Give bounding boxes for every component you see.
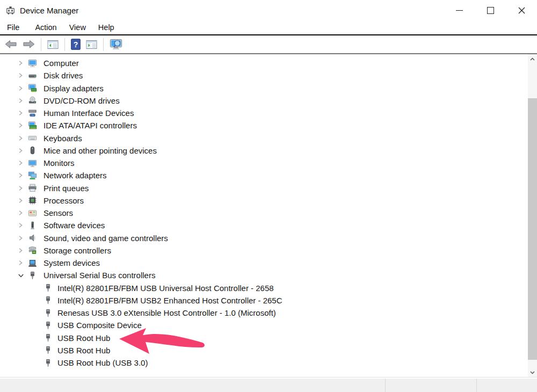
printer-icon xyxy=(28,184,37,192)
ide-icon xyxy=(28,121,37,130)
system-icon xyxy=(28,259,37,267)
tree-item[interactable]: Mice and other pointing devices xyxy=(0,144,528,157)
tree-item[interactable]: Monitors xyxy=(0,157,528,169)
chevron-right-icon[interactable] xyxy=(15,198,28,204)
help-icon: ? xyxy=(71,39,81,50)
tree-item[interactable]: Print queues xyxy=(0,182,528,194)
tree-item-label: Universal Serial Bus controllers xyxy=(43,271,155,280)
scan-hardware-icon xyxy=(110,39,124,50)
scroll-down-button[interactable] xyxy=(528,368,537,377)
tree-child-item[interactable]: USB Root Hub xyxy=(0,344,528,357)
close-button[interactable] xyxy=(506,0,537,20)
tree-item-label: Processors xyxy=(43,196,84,205)
device-tree-panel: ComputerDisk drivesDisplay adaptersDVD/C… xyxy=(0,54,537,378)
tree-item-label: Intel(R) 82801FB/FBM USB2 Enhanced Host … xyxy=(57,296,282,305)
tree-child-item[interactable]: Renesas USB 3.0 eXtensible Host Controll… xyxy=(0,307,528,319)
tree-item[interactable]: Computer xyxy=(0,57,528,69)
vertical-scrollbar[interactable] xyxy=(528,54,537,377)
menu-item-view[interactable]: View xyxy=(69,21,86,33)
tree-item[interactable]: Network adapters xyxy=(0,169,528,182)
tree-item-label: Sound, video and game controllers xyxy=(43,234,168,243)
tree-child-item[interactable]: Intel(R) 82801FB/FBM USB Universal Host … xyxy=(0,282,528,294)
back-button[interactable] xyxy=(3,39,19,50)
tree-item[interactable]: Software devices xyxy=(0,219,528,231)
chevron-right-icon[interactable] xyxy=(15,122,28,128)
tree-item[interactable]: Keyboards xyxy=(0,132,528,144)
tree-item-label: Computer xyxy=(43,59,79,68)
tree-item-label: System devices xyxy=(43,258,100,267)
chevron-right-icon[interactable] xyxy=(15,160,28,166)
monitor-icon xyxy=(28,159,37,168)
back-icon xyxy=(5,40,17,49)
window-controls xyxy=(444,0,537,20)
mouse-icon xyxy=(28,146,37,155)
tree-item[interactable]: Human Interface Devices xyxy=(0,107,528,119)
menu-item-help[interactable]: Help xyxy=(98,21,114,33)
processor-icon xyxy=(28,196,37,205)
window-title: Device Manager xyxy=(20,6,78,15)
chevron-right-icon[interactable] xyxy=(15,248,28,253)
chevron-right-icon[interactable] xyxy=(15,98,28,104)
close-icon xyxy=(518,7,525,14)
tree-item-label: USB Composite Device xyxy=(57,321,142,330)
tree-item-label: Disk drives xyxy=(43,71,83,80)
tree-item[interactable]: Universal Serial Bus controllers xyxy=(0,269,528,281)
keyboard-icon xyxy=(28,134,37,142)
help-button[interactable]: ? xyxy=(69,38,82,51)
status-bar-section xyxy=(477,379,537,392)
scan-hardware-button[interactable] xyxy=(108,38,125,51)
chevron-right-icon[interactable] xyxy=(15,260,28,266)
usb-icon xyxy=(43,309,53,317)
scroll-up-button[interactable] xyxy=(528,54,537,63)
chevron-right-icon[interactable] xyxy=(15,222,28,228)
tree-item[interactable]: Disk drives xyxy=(0,69,528,82)
tree-item-label: Software devices xyxy=(43,221,105,230)
minimize-button[interactable] xyxy=(444,0,475,20)
menu-bar: FileActionViewHelp xyxy=(0,20,537,35)
disk-drive-icon xyxy=(28,71,37,80)
chevron-right-icon[interactable] xyxy=(15,148,28,154)
tree-item[interactable]: DVD/CD-ROM drives xyxy=(0,95,528,107)
menu-item-action[interactable]: Action xyxy=(35,21,56,33)
toolbar: ? xyxy=(0,35,537,54)
chevron-right-icon[interactable] xyxy=(15,235,28,241)
tree-item-label: Print queues xyxy=(43,184,89,193)
network-icon xyxy=(28,171,37,180)
chevron-right-icon[interactable] xyxy=(15,185,28,191)
menu-item-file[interactable]: File xyxy=(7,21,19,33)
software-icon xyxy=(28,221,37,230)
usb-icon xyxy=(43,346,53,354)
tree-item[interactable]: IDE ATA/ATAPI controllers xyxy=(0,119,528,132)
chevron-down-icon[interactable] xyxy=(15,273,28,278)
tree-child-item[interactable]: Intel(R) 82801FB/FBM USB2 Enhanced Host … xyxy=(0,294,528,307)
tree-item[interactable]: Display adapters xyxy=(0,82,528,95)
tree-item[interactable]: Storage controllers xyxy=(0,244,528,257)
show-action-pane-button[interactable] xyxy=(84,39,99,50)
tree-item[interactable]: Sensors xyxy=(0,207,528,219)
forward-icon xyxy=(23,40,35,49)
tree-item[interactable]: System devices xyxy=(0,257,528,269)
sound-icon xyxy=(28,234,37,242)
show-console-tree-button[interactable] xyxy=(46,39,60,50)
tree-item[interactable]: Processors xyxy=(0,194,528,207)
chevron-right-icon[interactable] xyxy=(15,72,28,78)
chevron-right-icon[interactable] xyxy=(15,135,28,141)
forward-button[interactable] xyxy=(21,39,37,50)
chevron-right-icon[interactable] xyxy=(15,60,28,66)
tree-child-item[interactable]: USB Root Hub xyxy=(0,332,528,344)
chevron-right-icon[interactable] xyxy=(15,210,28,216)
title-bar: Device Manager xyxy=(0,0,537,20)
tree-child-item[interactable]: USB Composite Device xyxy=(0,319,528,331)
status-bar-section xyxy=(0,379,386,392)
chevron-right-icon[interactable] xyxy=(15,172,28,178)
tree-item-label: USB Root Hub xyxy=(57,333,110,343)
maximize-button[interactable] xyxy=(475,0,506,20)
chevron-right-icon[interactable] xyxy=(15,85,28,91)
tree-item[interactable]: Sound, video and game controllers xyxy=(0,232,528,244)
tree-item-label: Sensors xyxy=(43,208,73,217)
tree-child-item[interactable]: USB Root Hub (USB 3.0) xyxy=(0,357,528,369)
scrollbar-thumb[interactable] xyxy=(528,98,537,360)
chevron-down-icon xyxy=(530,371,535,374)
chevron-right-icon[interactable] xyxy=(15,110,28,116)
tree-item-label: DVD/CD-ROM drives xyxy=(43,96,120,105)
